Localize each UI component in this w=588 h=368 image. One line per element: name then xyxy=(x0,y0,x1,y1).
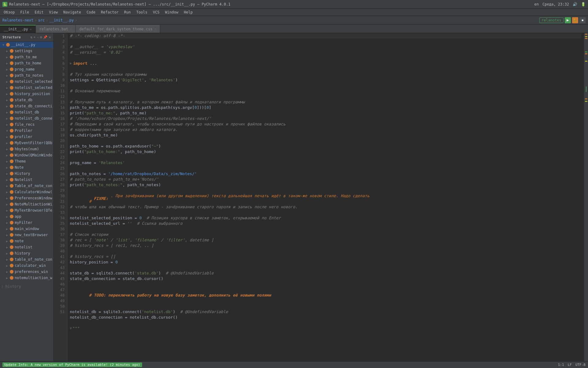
sidebar-item-notelist-conn[interactable]: ▶ notelist_db_connection xyxy=(0,115,53,121)
sidebar-item-nm-label: NoteMultiactionWindow... xyxy=(15,202,52,206)
sidebar-item-notelist-url[interactable]: ▶ notelist_selected_url xyxy=(0,85,53,91)
sidebar-item-theme[interactable]: ▶ Theme xyxy=(0,158,53,164)
menu-window[interactable]: Window xyxy=(163,10,181,15)
sidebar-item-app[interactable]: ▶ app xyxy=(0,213,53,220)
expand-nurl-icon: ▶ xyxy=(6,86,10,90)
menu-tools[interactable]: Tools xyxy=(134,10,150,15)
code-line-36: # Список истории xyxy=(70,232,581,237)
sidebar-item-npos-label: notelist_selected_positio... xyxy=(15,79,52,84)
tab-init-py-close[interactable]: ✕ xyxy=(30,28,32,31)
fold-down-icon: ▼ xyxy=(70,326,72,331)
code-line-9: settings = QSettings('DigiTect', 'Relano… xyxy=(70,77,581,83)
code-line-28: print("path_to_notes:", path_to_notes) xyxy=(70,182,581,188)
sidebar-item-profiler-label: Profiler xyxy=(15,128,32,133)
sidebar-item-main-window[interactable]: ▶ main_window xyxy=(0,226,53,232)
dot-mw xyxy=(10,227,13,231)
menu-obzor[interactable]: Обзор xyxy=(1,10,17,15)
sidebar-item-path-to-home[interactable]: ▶ path_to_home xyxy=(0,60,53,66)
expand-calc-icon: ▶ xyxy=(6,190,10,194)
dot-tocl xyxy=(10,258,13,261)
menu-help[interactable]: Help xyxy=(181,10,195,15)
dot-hl xyxy=(10,251,13,255)
sidebar-item-history[interactable]: ▶ History xyxy=(0,171,53,177)
stop-button[interactable]: ■ xyxy=(579,17,586,23)
dot-note xyxy=(10,166,13,169)
code-line-32 xyxy=(70,210,581,215)
sidebar-item-calc[interactable]: ▶ CalculatorWindow(QDia... xyxy=(0,189,53,195)
settings-icon[interactable]: ⚙ xyxy=(40,35,42,39)
sidebar-item-settings[interactable]: ▶ settings xyxy=(0,48,53,54)
code-text: # Переходим в свой каталог, чтобы относи… xyxy=(70,121,285,127)
sort-icon[interactable]: ⇅ xyxy=(30,35,32,39)
sidebar-item-file-recs[interactable]: ▶ file_recs xyxy=(0,121,53,128)
title-bar-left: 🐍 Relanotes-next – [~/Dropbox/Projects/R… xyxy=(2,2,230,7)
tab-init-py[interactable]: __init__.py ✕ xyxy=(0,25,36,33)
sidebar-item-history-lower-label: history xyxy=(15,251,30,255)
sidebar-item-notelist-pos[interactable]: ▶ notelist_selected_positio... xyxy=(0,79,53,85)
sidebar-item-nm-lower[interactable]: ▶ notemultiaction_win xyxy=(0,275,53,281)
breadcrumb-src[interactable]: src xyxy=(38,18,45,22)
sidebar-item-myfilter[interactable]: ▶ myFilter xyxy=(0,220,53,226)
menu-code[interactable]: Code xyxy=(84,10,98,15)
sidebar-item-notelist-db[interactable]: ▶ notelist_db xyxy=(0,109,53,115)
dot-frecs xyxy=(10,123,13,126)
sidebar-item-toc-lower[interactable]: ▶ table_of_note_contents xyxy=(0,256,53,263)
close-sidebar-icon[interactable]: ✕ xyxy=(49,35,51,39)
sidebar-item-profiler[interactable]: ▼ Profiler xyxy=(0,128,53,134)
sidebar-item-textbrowser[interactable]: ▶ MyTextBrowser(QTextBr... xyxy=(0,207,53,213)
sidebar-item-note[interactable]: ▶ Note xyxy=(0,164,53,171)
sidebar-item-notelist[interactable]: ▶ Notelist xyxy=(0,177,53,183)
menu-edit[interactable]: Edit xyxy=(32,10,46,15)
sidebar-item-toc-label: Table_of_note_contents xyxy=(15,184,52,188)
sidebar-item-prefs-lower[interactable]: ▶ preferences_win xyxy=(0,269,53,275)
debug-button[interactable]: 🐛 xyxy=(572,17,578,23)
sidebar-item-new-tb[interactable]: ▶ new_textBrowser xyxy=(0,232,53,238)
sidebar-item-table-contents[interactable]: ▶ Table_of_note_contents xyxy=(0,183,53,189)
sidebar-item-state-conn[interactable]: ▶ state_db_connection xyxy=(0,103,53,109)
pin-icon[interactable]: 📌 xyxy=(43,35,47,39)
menu-vcs[interactable]: VCS xyxy=(150,10,162,15)
code-line-27: # path_to_notes = path_to_me+'Notes/' xyxy=(70,177,581,182)
breadcrumb-relanotes[interactable]: Relanotes-next xyxy=(2,18,33,22)
sidebar-item-notelist-label: Notelist xyxy=(15,178,32,182)
sidebar-item-prog-name[interactable]: ▶ prog_name xyxy=(0,66,53,72)
sidebar-item-history-lower[interactable]: ▶ history xyxy=(0,250,53,256)
sidebar-item-init[interactable]: ▼ __init__.py xyxy=(0,42,53,48)
sidebar-item-path-notes[interactable]: ▶ path_to_notes xyxy=(0,72,53,79)
sidebar-item-myevent[interactable]: ▶ MyEventFilter(QObject) xyxy=(0,140,53,146)
collapse-icon[interactable]: - xyxy=(37,35,39,39)
sidebar-item-bottom-history[interactable]: ) history xyxy=(0,283,53,289)
sidebar-item-notemulti[interactable]: ▶ NoteMultiactionWindow... xyxy=(0,201,53,207)
menu-view[interactable]: View xyxy=(47,10,60,15)
update-info[interactable]: Update Info: A new version of PyCharm is… xyxy=(2,362,142,367)
sidebar-item-window[interactable]: ▶ Window(QMainWindow,... xyxy=(0,152,53,158)
menu-refactor[interactable]: Refactor xyxy=(99,10,121,15)
tab-css-close[interactable]: ✕ xyxy=(154,27,156,31)
sidebar-item-state-db[interactable]: ▶ state_db xyxy=(0,97,53,103)
menu-run[interactable]: Run xyxy=(122,10,133,15)
tabs-bar: __init__.py ✕ relanotes.bat ✕ default_fo… xyxy=(0,25,588,33)
sidebar-item-path-to-me[interactable]: ▶ path_to_me xyxy=(0,54,53,60)
tab-relanotes-bat[interactable]: relanotes.bat ✕ xyxy=(36,25,76,33)
sidebar-item-hist-pos[interactable]: ▶ history_position xyxy=(0,91,53,97)
run-button[interactable]: ▶ xyxy=(565,17,571,23)
sidebar-item-profiler-lower[interactable]: ▶ profiler xyxy=(0,134,53,140)
app-icon: 🐍 xyxy=(2,2,7,7)
code-line-29 xyxy=(70,188,581,193)
code-line-11: # Основные переменные xyxy=(70,88,581,94)
tab-relanotes-bat-close[interactable]: ✕ xyxy=(70,27,72,31)
sidebar-item-prefs[interactable]: ▶ PreferencesWindow(QDia... xyxy=(0,195,53,201)
sidebar-item-hbytes[interactable]: ▶ hbytes(num) xyxy=(0,146,53,152)
title-bar-right: en Среда, 23:32 🔊 🔋 xyxy=(534,2,586,6)
expand-icon[interactable]: + xyxy=(34,35,36,39)
breadcrumb-init[interactable]: __init__.py xyxy=(49,18,74,22)
sidebar-item-prefs-lower-label: preferences_win xyxy=(15,270,48,274)
menu-file[interactable]: File xyxy=(18,10,32,15)
sidebar-item-calc-lower[interactable]: ▶ calculator_win xyxy=(0,263,53,269)
menu-navigate[interactable]: Navigate xyxy=(61,10,84,15)
sidebar-item-note-lower[interactable]: ▶ note xyxy=(0,238,53,244)
right-gutter xyxy=(584,33,588,361)
sidebar-item-notelist-lower[interactable]: ▶ notelist xyxy=(0,244,53,250)
tab-css[interactable]: default_for_dark_system_theme.css ✕ xyxy=(76,25,160,33)
code-editor[interactable]: # -*- coding: utf-8 -*- # __author__ = '… xyxy=(67,33,584,361)
